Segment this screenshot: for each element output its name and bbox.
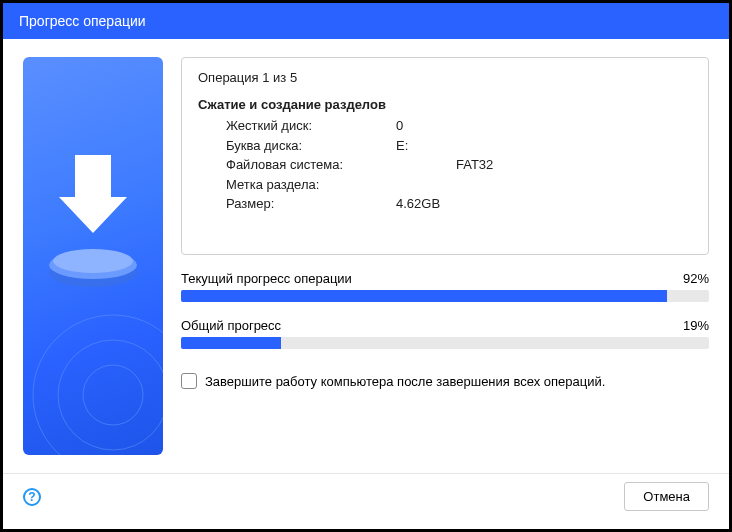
overall-progress-bar bbox=[181, 337, 709, 349]
side-graphic-panel bbox=[23, 57, 163, 455]
svg-point-5 bbox=[83, 365, 143, 425]
decorative-circles bbox=[23, 305, 163, 455]
filesystem-value: FAT32 bbox=[456, 155, 493, 175]
svg-point-2 bbox=[53, 249, 133, 273]
shutdown-checkbox[interactable] bbox=[181, 373, 197, 389]
overall-progress-fill bbox=[181, 337, 281, 349]
svg-point-4 bbox=[58, 340, 163, 450]
hard-disk-label: Жесткий диск: bbox=[226, 116, 396, 136]
operation-title: Сжатие и создание разделов bbox=[198, 97, 692, 112]
detail-hard-disk: Жесткий диск: 0 bbox=[226, 116, 692, 136]
hard-disk-value: 0 bbox=[396, 116, 403, 136]
operation-count: Операция 1 из 5 bbox=[198, 70, 692, 85]
operation-details: Жесткий диск: 0 Буква диска: E: Файловая… bbox=[198, 116, 692, 214]
current-progress-bar bbox=[181, 290, 709, 302]
detail-partition-label: Метка раздела: bbox=[226, 175, 692, 195]
overall-progress-section: Общий прогресс 19% bbox=[181, 318, 709, 349]
current-progress-percent: 92% bbox=[683, 271, 709, 286]
cancel-button[interactable]: Отмена bbox=[624, 482, 709, 511]
detail-filesystem: Файловая система: FAT32 bbox=[226, 155, 692, 175]
size-value: 4.62GB bbox=[396, 194, 440, 214]
drive-letter-value: E: bbox=[396, 136, 408, 156]
content-area: Операция 1 из 5 Сжатие и создание раздел… bbox=[3, 39, 729, 467]
current-progress-label: Текущий прогресс операции bbox=[181, 271, 352, 286]
footer-bar: ? Отмена bbox=[3, 473, 729, 511]
window-title-bar: Прогресс операции bbox=[3, 3, 729, 39]
drive-letter-label: Буква диска: bbox=[226, 136, 396, 156]
help-icon[interactable]: ? bbox=[23, 488, 41, 506]
current-progress-section: Текущий прогресс операции 92% bbox=[181, 271, 709, 302]
download-disk-icon bbox=[23, 115, 163, 315]
size-label: Размер: bbox=[226, 194, 396, 214]
current-progress-fill bbox=[181, 290, 667, 302]
help-glyph: ? bbox=[28, 490, 35, 504]
overall-progress-label: Общий прогресс bbox=[181, 318, 281, 333]
svg-point-3 bbox=[33, 315, 163, 455]
partition-label-label: Метка раздела: bbox=[226, 175, 396, 195]
detail-drive-letter: Буква диска: E: bbox=[226, 136, 692, 156]
detail-size: Размер: 4.62GB bbox=[226, 194, 692, 214]
operation-info-box: Операция 1 из 5 Сжатие и создание раздел… bbox=[181, 57, 709, 255]
main-panel: Операция 1 из 5 Сжатие и создание раздел… bbox=[181, 57, 709, 455]
shutdown-checkbox-label: Завершите работу компьютера после заверш… bbox=[205, 374, 605, 389]
window-title: Прогресс операции bbox=[19, 13, 146, 29]
overall-progress-percent: 19% bbox=[683, 318, 709, 333]
shutdown-checkbox-row[interactable]: Завершите работу компьютера после заверш… bbox=[181, 373, 709, 389]
filesystem-label: Файловая система: bbox=[226, 155, 396, 175]
